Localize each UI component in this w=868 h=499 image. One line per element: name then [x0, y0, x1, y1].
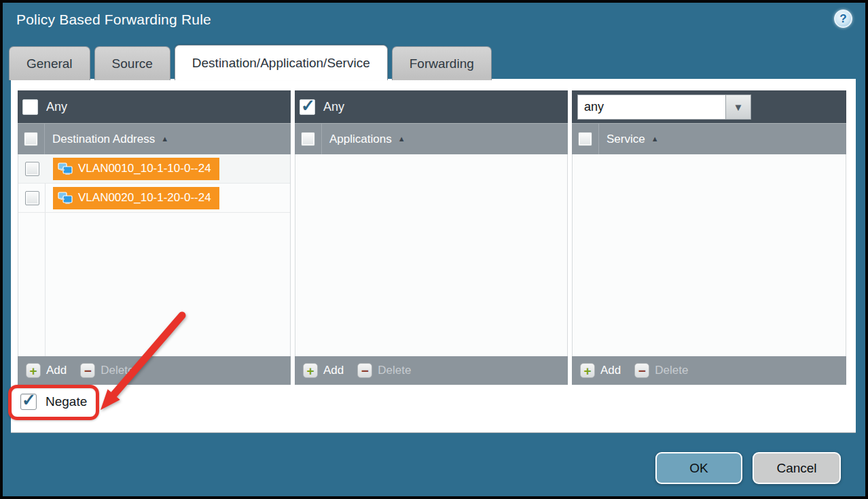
service-panel: ▼ Service ▲ + Add − Delete: [572, 90, 846, 385]
check-icon: ✓: [301, 96, 315, 116]
help-icon[interactable]: ?: [834, 10, 852, 28]
sort-ascending-icon[interactable]: ▲: [161, 135, 168, 143]
tab-label: General: [26, 56, 73, 71]
destination-select-all-checkbox[interactable]: [24, 132, 38, 146]
ok-button[interactable]: OK: [655, 452, 742, 484]
applications-select-all-checkbox[interactable]: [301, 132, 315, 146]
service-select-all-checkbox[interactable]: [578, 132, 592, 146]
delete-button[interactable]: − Delete: [634, 363, 688, 378]
applications-any-label: Any: [323, 100, 344, 114]
address-object-chip[interactable]: VLAN0010_10-1-10-0--24: [53, 158, 219, 180]
address-object-label: VLAN0020_10-1-20-0--24: [78, 191, 211, 205]
delete-label: Delete: [378, 364, 411, 377]
ok-button-label: OK: [689, 461, 708, 476]
service-dropdown-button[interactable]: ▼: [725, 94, 751, 120]
dialog-title: Policy Based Forwarding Rule: [16, 12, 211, 28]
applications-any-checkbox[interactable]: ✓: [300, 99, 315, 115]
tab-source[interactable]: Source: [94, 46, 170, 80]
destination-any-label: Any: [46, 100, 67, 114]
tab-destination-application-service[interactable]: Destination/Application/Service: [175, 45, 388, 80]
destination-any-bar: ✓ Any: [18, 90, 291, 123]
negate-checkbox[interactable]: ✓: [20, 394, 37, 410]
row-checkbox-cell: [18, 154, 46, 183]
applications-any-bar: ✓ Any: [295, 90, 568, 123]
header-checkbox-cell: [295, 124, 322, 154]
applications-column-label: Applications: [329, 133, 392, 146]
policy-forwarding-dialog: Policy Based Forwarding Rule ? General S…: [0, 0, 868, 499]
applications-panel: ✓ Any Applications ▲ + Add − Delete: [295, 90, 568, 385]
negate-row: ✓ Negate: [20, 394, 87, 410]
destination-column-label: Destination Address: [52, 133, 155, 146]
service-panel-footer: + Add − Delete: [572, 356, 846, 385]
delete-icon: −: [357, 363, 372, 378]
delete-label: Delete: [655, 364, 688, 377]
tab-forwarding[interactable]: Forwarding: [392, 46, 492, 80]
add-icon: +: [580, 363, 595, 378]
negate-label: Negate: [46, 394, 87, 409]
service-combobox: ▼: [577, 94, 751, 120]
sort-ascending-icon[interactable]: ▲: [651, 135, 659, 143]
tab-content: ✓ Any Destination Address ▲: [11, 79, 856, 433]
service-dropdown-input[interactable]: [577, 94, 725, 120]
destination-any-checkbox[interactable]: ✓: [22, 99, 38, 115]
delete-button[interactable]: − Delete: [80, 363, 134, 378]
help-glyph: ?: [839, 12, 846, 26]
add-button[interactable]: + Add: [303, 363, 344, 378]
tab-label: Source: [112, 56, 153, 71]
service-dropdown-bar: ▼: [572, 90, 846, 123]
network-address-icon: [57, 191, 73, 205]
cancel-button-label: Cancel: [776, 461, 816, 476]
tab-bar: General Source Destination/Application/S…: [9, 45, 492, 80]
tab-label: Destination/Application/Service: [192, 56, 370, 71]
chevron-down-icon: ▼: [734, 101, 744, 113]
tab-label: Forwarding: [410, 56, 474, 71]
cancel-button[interactable]: Cancel: [753, 452, 841, 484]
tab-general[interactable]: General: [9, 46, 90, 80]
add-button[interactable]: + Add: [26, 363, 67, 378]
service-column-header: Service ▲: [572, 123, 846, 154]
row-checkbox[interactable]: [25, 162, 39, 176]
delete-icon: −: [634, 363, 649, 378]
add-label: Add: [46, 364, 67, 377]
check-icon: ✓: [22, 390, 36, 410]
row-checkbox-cell: [18, 184, 46, 212]
delete-label: Delete: [101, 364, 134, 377]
service-column-label: Service: [607, 133, 645, 146]
header-checkbox-cell: [572, 124, 599, 154]
add-label: Add: [323, 364, 344, 377]
list-item[interactable]: VLAN0020_10-1-20-0--24: [18, 184, 290, 213]
delete-icon: −: [80, 363, 95, 378]
destination-address-panel: ✓ Any Destination Address ▲: [18, 90, 291, 385]
applications-panel-footer: + Add − Delete: [295, 356, 568, 385]
address-object-label: VLAN0010_10-1-10-0--24: [78, 162, 211, 175]
destination-column-header: Destination Address ▲: [18, 123, 291, 154]
service-list: [572, 154, 846, 356]
sort-ascending-icon[interactable]: ▲: [398, 135, 405, 143]
add-button[interactable]: + Add: [580, 363, 621, 378]
header-checkbox-cell: [18, 124, 45, 154]
add-icon: +: [303, 363, 318, 378]
row-checkbox[interactable]: [25, 191, 39, 205]
list-item[interactable]: VLAN0010_10-1-10-0--24: [18, 154, 290, 184]
network-address-icon: [57, 162, 73, 175]
address-object-chip[interactable]: VLAN0020_10-1-20-0--24: [53, 187, 219, 209]
applications-list: [295, 154, 568, 356]
destination-list: VLAN0010_10-1-10-0--24 VLAN: [18, 154, 291, 356]
delete-button[interactable]: − Delete: [357, 363, 411, 378]
applications-column-header: Applications ▲: [295, 123, 568, 154]
add-label: Add: [600, 364, 621, 377]
destination-panel-footer: + Add − Delete: [18, 356, 291, 385]
add-icon: +: [26, 363, 41, 378]
